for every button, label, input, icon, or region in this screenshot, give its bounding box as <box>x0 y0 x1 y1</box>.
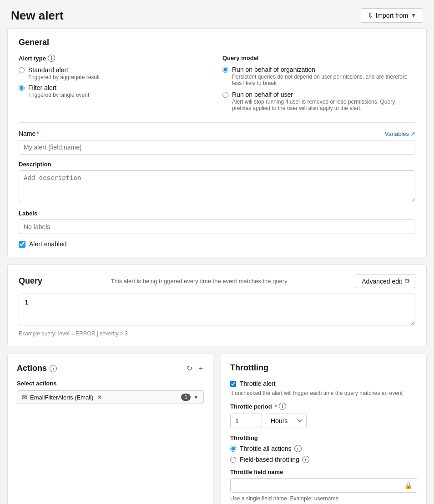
throttle-sub-text: If unchecked the alert will trigger each… <box>230 390 417 396</box>
throttle-period-label: Throttle period * i <box>230 403 417 410</box>
field-based-label: Field-based throttling <box>240 456 299 463</box>
period-required: * <box>275 403 277 410</box>
alert-enabled-row: Alert enabled <box>19 240 415 248</box>
description-input[interactable] <box>19 170 415 202</box>
actions-header-row: Actions i ↻ + <box>17 363 204 374</box>
query-model-label: Query model <box>222 55 415 61</box>
standard-alert-option[interactable]: Standard alert Triggered by aggregate re… <box>19 66 212 80</box>
throttle-all-option[interactable]: Throttle all actions i <box>230 445 417 452</box>
org-query-sub: Persistent queries do not depend on user… <box>232 74 415 86</box>
filter-alert-sub: Triggered by single event <box>28 92 89 98</box>
field-based-info-icon[interactable]: i <box>302 456 309 463</box>
field-based-option[interactable]: Field-based throttling i <box>230 456 417 463</box>
standard-alert-sub: Triggered by aggregate result <box>28 74 100 80</box>
query-header: Query This alert is being triggered ever… <box>19 274 415 288</box>
description-label: Description <box>19 161 415 168</box>
name-label: Name* <box>19 130 39 137</box>
filter-alert-option[interactable]: Filter alert Triggered by single event <box>19 84 212 98</box>
throttle-alert-row: Throttle alert <box>230 380 417 387</box>
user-query-option[interactable]: Run on behalf of user Alert will stop ru… <box>222 91 415 111</box>
select-actions-label: Select actions <box>17 380 204 387</box>
throttling-sub-label: Throttling <box>230 434 417 441</box>
lock-icon: 🔒 <box>400 479 417 492</box>
filter-alert-label: Filter alert <box>28 84 89 91</box>
org-query-radio[interactable] <box>222 67 228 73</box>
bottom-row: Actions i ↻ + Select actions ✉ EmailFilt… <box>7 354 427 504</box>
throttle-field-hint: Use a single field name. Example: userna… <box>230 495 417 502</box>
external-link-icon: ↗ <box>410 130 415 137</box>
query-section: Query This alert is being triggered ever… <box>7 264 427 346</box>
alert-type-label: Alert type i <box>19 55 212 62</box>
org-query-option[interactable]: Run on behalf of organization Persistent… <box>222 66 415 86</box>
advanced-edit-button[interactable]: Advanced edit ⧉ <box>356 274 415 288</box>
labels-input[interactable] <box>19 220 415 234</box>
query-editor[interactable]: 1 <box>19 294 415 325</box>
import-icon: ⇩ <box>368 12 373 19</box>
throttle-all-label: Throttle all actions <box>240 445 292 452</box>
query-hint: This alert is being triggered every time… <box>42 278 356 284</box>
throttle-alert-checkbox[interactable] <box>230 381 236 387</box>
page-title: New alert <box>11 9 64 23</box>
alert-type-col: Alert type i Standard alert Triggered by… <box>19 55 212 115</box>
throttle-alert-label: Throttle alert <box>240 380 276 387</box>
query-example: Example query: level = ERROR | severity … <box>19 330 415 337</box>
throttle-period-info-icon[interactable]: i <box>279 403 286 410</box>
name-input[interactable] <box>19 140 415 155</box>
alert-enabled-checkbox[interactable] <box>19 241 25 248</box>
throttle-field-input[interactable] <box>231 479 400 492</box>
chevron-down-icon: ▼ <box>411 12 416 19</box>
remove-action-button[interactable]: ✕ <box>96 394 103 401</box>
import-button[interactable]: ⇩ Import from ▼ <box>361 8 423 23</box>
filter-alert-radio[interactable] <box>19 85 25 91</box>
general-section: General Alert type i Standard alert Trig… <box>7 28 427 257</box>
general-section-title: General <box>19 38 415 47</box>
action-chip: ✉ EmailFilterAlerts (Email) ✕ 1 ▼ <box>17 390 204 404</box>
user-query-label: Run on behalf of user <box>232 91 415 98</box>
user-query-sub: Alert will stop running if user is remov… <box>232 99 415 111</box>
refresh-actions-button[interactable]: ↻ <box>186 363 193 374</box>
actions-card: Actions i ↻ + Select actions ✉ EmailFilt… <box>7 354 213 504</box>
throttle-all-radio[interactable] <box>230 446 236 452</box>
page-header: New alert ⇩ Import from ▼ <box>0 0 434 28</box>
standard-alert-label: Standard alert <box>28 66 100 74</box>
throttle-period-input[interactable]: 1 <box>230 414 262 428</box>
throttle-period-row: 1 Hours Minutes Days <box>230 414 417 428</box>
actions-icons: ↻ + <box>186 363 204 374</box>
actions-title-row: Actions i <box>17 364 57 373</box>
org-query-label: Run on behalf of organization <box>232 66 415 73</box>
chip-left: ✉ EmailFilterAlerts (Email) ✕ <box>22 394 103 401</box>
standard-alert-radio[interactable] <box>19 67 25 73</box>
throttling-card: Throttling Throttle alert If unchecked t… <box>221 354 427 504</box>
alert-type-info-icon[interactable]: i <box>48 55 55 62</box>
user-query-radio[interactable] <box>222 92 228 98</box>
chip-chevron-icon[interactable]: ▼ <box>193 394 199 400</box>
throttle-field-name-label: Throttle field name <box>230 469 417 475</box>
throttling-section-title: Throttling <box>230 363 417 373</box>
general-divider <box>19 122 415 123</box>
throttle-period-select[interactable]: Hours Minutes Days <box>266 414 307 428</box>
query-model-col: Query model Run on behalf of organizatio… <box>222 55 415 115</box>
labels-label: Labels <box>19 210 415 217</box>
email-icon: ✉ <box>22 394 27 401</box>
name-label-row: Name* Variables ↗ <box>19 130 415 137</box>
action-item-label: EmailFilterAlerts (Email) <box>30 394 93 401</box>
actions-info-icon[interactable]: i <box>50 365 57 372</box>
field-based-radio[interactable] <box>230 457 236 463</box>
name-required: * <box>36 130 39 137</box>
add-action-button[interactable]: + <box>198 364 204 374</box>
advanced-edit-label: Advanced edit <box>362 278 402 285</box>
throttle-field-input-row: 🔒 <box>230 478 417 493</box>
throttle-all-info-icon[interactable]: i <box>294 445 302 452</box>
query-section-title: Query <box>19 276 42 286</box>
import-label: Import from <box>376 12 409 19</box>
alert-enabled-label: Alert enabled <box>29 240 67 248</box>
actions-section-title: Actions <box>17 364 47 373</box>
action-badge: 1 <box>181 394 191 401</box>
variables-link[interactable]: Variables ↗ <box>385 130 415 137</box>
external-edit-icon: ⧉ <box>405 277 409 285</box>
